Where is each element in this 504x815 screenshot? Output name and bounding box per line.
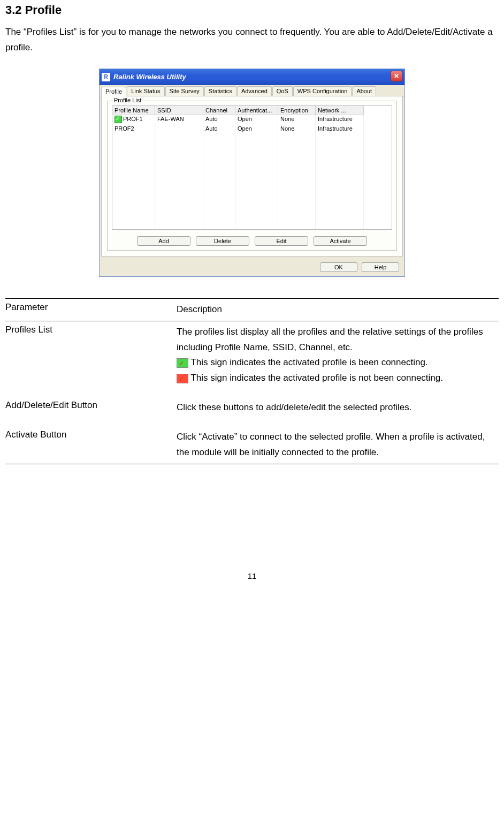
tab-advanced[interactable]: Advanced [237,86,272,96]
param-name: Profiles List [5,325,177,387]
table-cell [235,221,278,230]
edit-button[interactable]: Edit [255,236,308,246]
table-cell: Open [235,125,278,134]
table-cell [316,163,364,173]
tab-qos[interactable]: QoS [272,86,293,96]
table-cell [278,144,316,154]
table-cell: Infrastructure [316,125,364,134]
table-cell [235,202,278,212]
dialog-bottom-row: OKHelp [100,258,404,276]
dialog: R Ralink Wireless Utility ✕ ProfileLink … [99,69,405,277]
table-cell: Auto [203,115,235,125]
table-cell [235,192,278,202]
table-cell [112,134,155,144]
parameter-table: Parameter Description Profiles ListThe p… [5,298,499,464]
column-header[interactable]: Channel [203,106,235,115]
table-cell [112,221,155,230]
tab-profile[interactable]: Profile [101,87,126,96]
table-cell: Open [235,115,278,125]
table-row[interactable] [112,192,392,202]
tab-wps-configuration[interactable]: WPS Configuration [293,86,352,96]
table-cell [203,144,235,154]
table-cell [112,154,155,163]
table-cell [203,154,235,163]
delete-button[interactable]: Delete [196,236,249,246]
table-cell [155,173,203,183]
groupbox-label: Profile List [112,97,143,103]
activate-button[interactable]: Activate [314,236,367,246]
table-cell [278,173,316,183]
table-row[interactable] [112,144,392,154]
tab-statistics[interactable]: Statistics [204,86,236,96]
close-icon[interactable]: ✕ [391,71,402,81]
table-row[interactable] [112,163,392,173]
table-row[interactable] [112,173,392,183]
table-row[interactable] [112,202,392,212]
table-cell [155,144,203,154]
table-cell [278,183,316,192]
help-button[interactable]: Help [362,262,399,272]
column-header[interactable]: SSID [155,106,203,115]
table-cell [316,202,364,212]
param-name: Add/Delete/Edit Button [5,400,177,416]
table-cell [278,221,316,230]
table-cell: None [278,125,316,134]
table-cell [155,192,203,202]
window-title: Ralink Wireless Utility [113,73,186,81]
table-cell [316,154,364,163]
section-heading: 3.2 Profile [5,3,499,17]
table-cell [235,134,278,144]
table-cell: Infrastructure [316,115,364,125]
table-cell [203,192,235,202]
table-cell: None [278,115,316,125]
table-cell: PROF2 [112,125,155,134]
table-row[interactable] [112,154,392,163]
table-row[interactable] [112,221,392,230]
table-cell [112,163,155,173]
table-cell [155,134,203,144]
tab-about[interactable]: About [352,86,376,96]
table-cell [316,183,364,192]
green-check-icon [177,358,188,368]
column-header[interactable]: Encryption [278,106,316,115]
add-button[interactable]: Add [137,236,190,246]
table-cell [316,144,364,154]
param-desc: The profiles list display all the profil… [177,325,499,387]
param-row: Add/Delete/Edit ButtonClick these button… [5,397,499,426]
listview-header: Profile NameSSIDChannelAuthenticat...Enc… [112,106,392,115]
table-cell [316,134,364,144]
table-cell [112,144,155,154]
check-icon [114,116,122,123]
param-row: Profiles ListThe profiles list display a… [5,321,499,397]
listview[interactable]: Profile NameSSIDChannelAuthenticat...Enc… [112,105,392,230]
table-cell [203,212,235,221]
tab-link-status[interactable]: Link Status [127,86,164,96]
table-cell [278,202,316,212]
param-desc: Click “Activate” to connect to the selec… [177,429,499,461]
table-cell [235,163,278,173]
table-row[interactable]: PROF1FAE-WANAutoOpenNoneInfrastructure [112,115,392,125]
table-row[interactable] [112,134,392,144]
ok-button[interactable]: OK [320,262,357,272]
column-header[interactable]: Authenticat... [235,106,278,115]
table-row[interactable]: PROF2AutoOpenNoneInfrastructure [112,125,392,134]
column-header[interactable]: Profile Name [112,106,155,115]
table-cell [316,221,364,230]
table-cell [235,212,278,221]
tab-site-survey[interactable]: Site Survey [165,86,204,96]
column-header[interactable]: Network ... [316,106,364,115]
col-parameter: Parameter [5,302,177,318]
table-cell [278,134,316,144]
table-cell [278,163,316,173]
table-cell [155,221,203,230]
figure-wrap: R Ralink Wireless Utility ✕ ProfileLink … [5,69,499,277]
table-cell [155,154,203,163]
tabbar: ProfileLink StatusSite SurveyStatisticsA… [100,85,404,96]
table-row[interactable] [112,183,392,192]
table-cell [235,144,278,154]
table-cell [203,163,235,173]
table-cell [155,125,203,134]
groupbox-profile-list: Profile List Profile NameSSIDChannelAuth… [107,101,397,251]
param-desc: Click these buttons to add/delete/edit t… [177,400,499,416]
table-row[interactable] [112,212,392,221]
